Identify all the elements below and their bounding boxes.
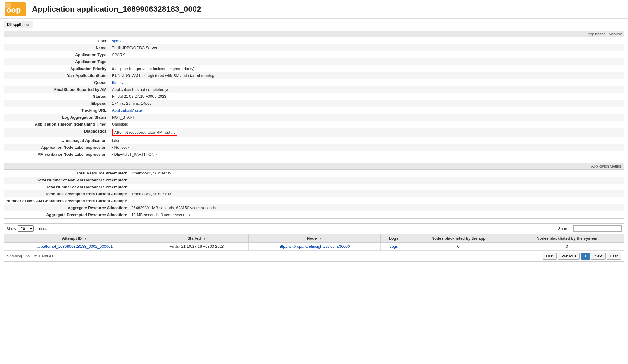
table-column-header: Logs <box>380 234 407 243</box>
overview-row-label: Elapsed: <box>4 100 110 107</box>
metrics-row-value: 0 <box>129 184 624 190</box>
started-cell: Fri Jul 21 10:27:16 +0800 2023 <box>145 243 248 251</box>
overview-row-label: User: <box>4 37 110 44</box>
overview-row-label: Application Timeout (Remaining Time): <box>4 121 110 128</box>
show-entries-control: Show 20 50 100 entries <box>6 225 47 232</box>
entries-select[interactable]: 20 50 100 <box>18 225 34 232</box>
overview-row-label: Tracking URL: <box>4 107 110 114</box>
overview-row-link[interactable]: spark <box>112 39 122 43</box>
table-row: appattempt_1689906328183_0002_000001Fri … <box>4 243 624 251</box>
metrics-row-label: Number of Non-AM Containers Preempted fr… <box>4 197 129 204</box>
kill-application-button[interactable]: Kill Application <box>4 21 33 28</box>
metrics-row-value: 0 <box>129 177 624 184</box>
metrics-table: Total Resource Preempted:<memory:0, vCor… <box>4 170 624 218</box>
search-label: Search: <box>558 226 572 231</box>
entries-label: entries <box>36 226 47 231</box>
blacklisted-system-cell: 0 <box>510 243 624 251</box>
overview-row-label: FinalStatus Reported by AM: <box>4 86 110 93</box>
overview-section-header: Application Overview <box>4 31 624 37</box>
pagination-buttons: First Previous 1 Next Last <box>543 253 621 260</box>
current-page-button[interactable]: 1 <box>581 253 590 260</box>
diagnostics-value: Attempt recovered after RM restart <box>112 129 177 136</box>
pagination-area: Showing 1 to 1 of 1 entries First Previo… <box>4 251 624 261</box>
overview-row-label: Started: <box>4 93 110 100</box>
table-column-header[interactable]: Attempt ID ▼ <box>4 234 145 243</box>
metrics-row-label: Total Resource Preempted: <box>4 170 129 177</box>
first-page-button[interactable]: First <box>543 253 557 260</box>
application-overview-panel: Application Overview User:sparkName:Thri… <box>4 31 624 158</box>
search-input[interactable] <box>573 225 622 232</box>
overview-row-value: thriftsvr <box>110 79 624 86</box>
overview-row-label: Name: <box>4 44 110 51</box>
overview-row-value <box>110 58 624 65</box>
overview-row-value: ApplicationMaster <box>110 107 624 114</box>
overview-row-value: Attempt recovered after RM restart <box>110 128 624 137</box>
overview-row-value: <Not set> <box>110 144 624 151</box>
attempt-id-link[interactable]: appattempt_1689906328183_0002_000001 <box>36 244 113 249</box>
overview-row-value: Unlimited <box>110 121 624 128</box>
overview-row-label: Application Type: <box>4 51 110 58</box>
overview-row-label: Application Priority: <box>4 65 110 72</box>
metrics-section-header: Application Metrics <box>4 163 624 170</box>
overview-row-value: 174hrs, 29mins, 14sec <box>110 100 624 107</box>
metrics-row-value: 10 MB-seconds, 0 vcore-seconds <box>129 211 624 218</box>
overview-row-link[interactable]: thriftsvr <box>112 80 125 85</box>
overview-row-label: Application Tags: <box>4 58 110 65</box>
overview-row-value: false <box>110 137 624 144</box>
overview-row-value: NOT_START <box>110 114 624 121</box>
node-cell: http://wn0-spark.hdinsightcss.com:30060 <box>248 243 380 251</box>
attempts-table-panel: Show 20 50 100 entries Search: Attempt I… <box>4 223 624 262</box>
metrics-row-value: 0 <box>129 197 624 204</box>
blacklisted-app-cell: 0 <box>407 243 510 251</box>
overview-row-value: RUNNING: AM has registered with RM and s… <box>110 72 624 79</box>
node-link[interactable]: http://wn0-spark.hdinsightcss.com:30060 <box>279 244 350 249</box>
overview-row-label: Log Aggregation Status: <box>4 114 110 121</box>
table-column-header: Nodes blacklisted by the system <box>510 234 624 243</box>
next-page-button[interactable]: Next <box>591 253 606 260</box>
overview-row-value: 0 (Higher Integer value indicates higher… <box>110 65 624 72</box>
overview-row-link[interactable]: ApplicationMaster <box>112 108 143 113</box>
pagination-info: Showing 1 to 1 of 1 entries <box>7 254 53 258</box>
svg-rect-2 <box>5 3 11 8</box>
overview-row-value: SPARK <box>110 51 624 58</box>
application-metrics-panel: Application Metrics Total Resource Preem… <box>4 163 624 219</box>
overview-table: User:sparkName:Thrift JDBC/ODBC ServerAp… <box>4 37 624 158</box>
search-area: Search: <box>558 225 622 232</box>
attempt-id-cell: appattempt_1689906328183_0002_000001 <box>4 243 145 251</box>
page-title: Application application_1689906328183_00… <box>32 5 201 14</box>
overview-row-value: Thrift JDBC/ODBC Server <box>110 44 624 51</box>
metrics-row-value: <memory:0, vCores:0> <box>129 170 624 177</box>
table-controls: Show 20 50 100 entries Search: <box>4 224 624 234</box>
overview-row-label: Diagnostics: <box>4 128 110 137</box>
overview-row-label: Unmanaged Application: <box>4 137 110 144</box>
logs-link[interactable]: Logs <box>389 244 398 249</box>
attempts-table: Attempt ID ▼Started ▼Node ▼LogsNodes bla… <box>4 234 624 251</box>
metrics-row-label: Aggregate Preempted Resource Allocation: <box>4 211 129 218</box>
table-column-header[interactable]: Node ▼ <box>248 234 380 243</box>
metrics-row-label: Total Number of Non-AM Containers Preemp… <box>4 177 129 184</box>
metrics-row-label: Resource Preempted from Current Attempt: <box>4 190 129 197</box>
overview-row-label: YarnApplicationState: <box>4 72 110 79</box>
logs-cell: Logs <box>380 243 407 251</box>
overview-row-label: Application Node Label expression: <box>4 144 110 151</box>
metrics-row-value: 964839801 MB-seconds, 628150 vcore-secon… <box>129 204 624 211</box>
show-label: Show <box>6 226 16 231</box>
overview-row-label: AM container Node Label expression: <box>4 151 110 158</box>
table-column-header: Nodes blacklisted by the app <box>407 234 510 243</box>
table-column-header[interactable]: Started ▼ <box>145 234 248 243</box>
overview-row-value: Fri Jul 21 02:27:15 +0000 2023 <box>110 93 624 100</box>
overview-row-value: spark <box>110 37 624 44</box>
metrics-row-label: Total Number of AM Containers Preempted: <box>4 184 129 190</box>
previous-page-button[interactable]: Previous <box>558 253 580 260</box>
metrics-row-label: Aggregate Resource Allocation: <box>4 204 129 211</box>
hadoop-logo: oop <box>5 2 26 16</box>
overview-row-label: Queue: <box>4 79 110 86</box>
last-page-button[interactable]: Last <box>607 253 621 260</box>
metrics-row-value: <memory:0, vCores:0> <box>129 190 624 197</box>
overview-row-value: Application has not completed yet. <box>110 86 624 93</box>
overview-row-value: <DEFAULT_PARTITION> <box>110 151 624 158</box>
